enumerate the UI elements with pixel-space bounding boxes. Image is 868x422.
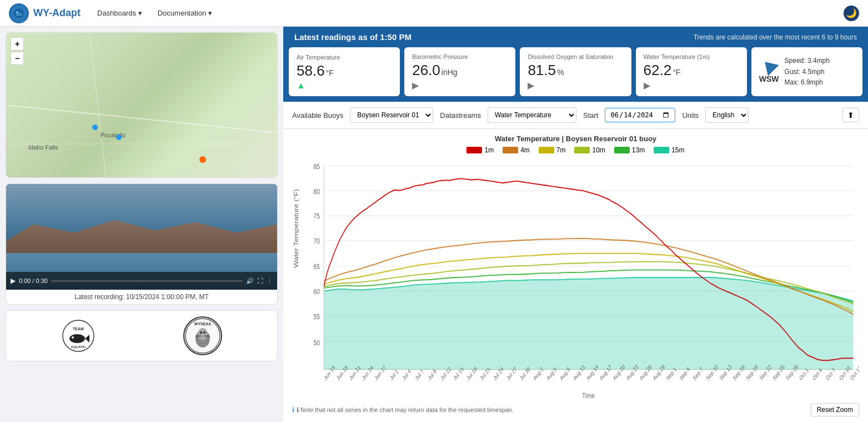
svg-text:AQUATIC: AQUATIC [71,345,86,349]
svg-text:Water Temperature (°F): Water Temperature (°F) [293,189,300,268]
svg-point-2 [16,11,18,13]
wind-direction-arrow [759,56,779,76]
legend-label-15m: 15m [671,146,684,154]
map-container[interactable]: Idaho Falls Pocatello WYOMING + − Esri, … [6,33,277,177]
svg-point-21 [203,331,205,334]
water-temp-unit: °F [673,68,680,77]
readings-title: Latest readings as of 1:50 PM [294,32,412,42]
share-button[interactable]: ⬆ [842,108,859,122]
legend-color-1m [466,147,482,153]
svg-text:Jul 9: Jul 9 [427,368,437,382]
readings-header: Latest readings as of 1:50 PM Trends are… [283,27,868,47]
legend-color-4m [503,147,518,153]
theme-toggle[interactable]: 🌙 [844,6,859,21]
play-button[interactable]: ▶ [11,277,16,285]
svg-point-1 [16,13,22,16]
units-label: Units [682,111,699,120]
svg-text:55: 55 [313,312,320,321]
units-select[interactable]: English Metric [705,107,749,123]
video-controls: ▶ 0:00 / 0:30 🔊 ⛶ ⋮ [6,272,277,290]
svg-text:WYSEAS: WYSEAS [194,322,211,326]
stat-air-temp: Air Temperature 58.6 °F ▲ [289,47,400,96]
dissolved-trend: ▶ [528,80,613,91]
logos-card: TEAM AQUATIC WYSEAS [6,310,278,361]
svg-marker-13 [85,335,89,342]
baro-value: 26.0 [412,62,440,79]
volume-icon[interactable]: 🔊 [246,277,254,285]
nav-links: Dashboards ▾ Documentation ▾ [92,6,218,21]
dissolved-label: Dissolved Oxygen at Saturation [528,53,613,61]
svg-point-12 [69,334,85,343]
water-temp-label: Water Temperature (1m) [644,53,710,61]
navbar: WY-Adapt Dashboards ▾ Documentation ▾ 🌙 [0,0,868,27]
svg-text:Time: Time [582,391,595,400]
legend-label-13m: 13m [632,146,645,154]
readings-note: Trends are calculated over the most rece… [694,33,857,41]
video-hills [6,216,277,258]
map-label-pocatello: Pocatello [101,132,126,138]
legend-4m: 4m [503,146,530,154]
start-label: Start [583,111,598,120]
svg-text:60: 60 [313,287,320,296]
baro-label: Barometric Pressure [412,53,468,61]
logo-wyseas: WYSEAS [183,316,222,355]
svg-text:65: 65 [313,262,320,271]
documentation-menu[interactable]: Documentation ▾ [152,6,218,21]
map-svg [6,33,277,177]
map-zoom-in[interactable]: + [11,37,24,51]
stat-dissolved: Dissolved Oxygen at Saturation 81.5 % ▶ [520,47,631,96]
chart-footer: ℹ ℹ Note that not all series in the char… [292,400,859,416]
dissolved-value: 81.5 [528,62,556,79]
map-dot-2[interactable] [116,135,122,140]
svg-text:85: 85 [313,162,320,171]
svg-text:Jul 1: Jul 1 [389,368,399,382]
video-container: ▶ 0:00 / 0:30 🔊 ⛶ ⋮ [6,184,277,290]
legend-label-10m: 10m [592,146,605,154]
svg-point-20 [200,331,202,334]
more-icon[interactable]: ⋮ [267,277,273,285]
map-controls: + − [11,37,24,65]
map-dot-1[interactable] [92,125,98,130]
start-date-input[interactable] [605,108,675,122]
datastreams-label: Datastreams [440,111,481,120]
stat-cards: Air Temperature 58.6 °F ▲ Barometric Pre… [283,47,868,102]
datastreams-select[interactable]: Water Temperature [488,107,576,123]
svg-line-7 [173,33,184,177]
wind-info: Speed: 3.4mph Gust: 4.5mph Max: 6.9mph [785,56,830,88]
svg-rect-9 [162,77,273,172]
chart-note-text: ℹ Note that not all series in the chart … [297,406,514,414]
logo-team-aquatic: TEAM AQUATIC [62,319,95,353]
svg-line-4 [117,116,277,133]
temperature-chart[interactable]: 85 80 75 70 65 60 55 50 [292,158,859,400]
fullscreen-icon[interactable]: ⛶ [257,277,263,284]
legend-label-7m: 7m [556,146,566,154]
svg-line-5 [89,33,106,177]
air-temp-unit: °F [326,68,334,77]
left-panel: Idaho Falls Pocatello WYOMING + − Esri, … [0,27,283,422]
brand-name: WY-Adapt [33,7,81,19]
chart-note: ℹ ℹ Note that not all series in the char… [292,406,514,414]
svg-point-19 [198,328,208,340]
map-card: Idaho Falls Pocatello WYOMING + − Esri, … [6,32,278,178]
buoys-select[interactable]: Boysen Reservoir 01 [350,107,433,123]
wind-max: Max: 6.9mph [785,78,823,86]
reset-zoom-button[interactable]: Reset Zoom [811,403,859,416]
chart-legend: 1m 4m 7m 10m 13m [292,146,859,154]
wind-direction-label: WSW [759,75,779,83]
dashboards-menu[interactable]: Dashboards ▾ [92,6,148,21]
chart-wrapper[interactable]: 85 80 75 70 65 60 55 50 [292,158,859,400]
wind-gust: Gust: 4.5mph [785,68,825,76]
svg-text:50: 50 [313,339,320,347]
map-dot-selected[interactable] [199,156,206,163]
chart-title: Water Temperature | Boysen Reservoir 01 … [292,135,859,143]
svg-point-14 [72,336,74,339]
legend-13m: 13m [614,146,645,154]
right-panel: Latest readings as of 1:50 PM Trends are… [283,27,868,422]
water-temp-trend: ▶ [644,80,710,91]
air-temp-label: Air Temperature [297,53,340,61]
svg-text:75: 75 [313,212,320,221]
legend-color-15m [654,147,669,153]
map-zoom-out[interactable]: − [11,52,24,65]
video-time: 0:00 / 0:30 [19,277,48,284]
video-progress-bar[interactable] [51,280,243,282]
